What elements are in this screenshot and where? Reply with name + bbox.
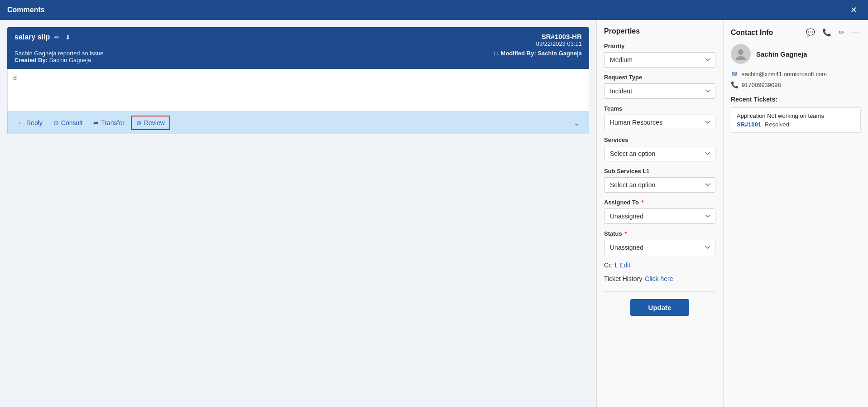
transfer-button[interactable]: ⇌ Transfer xyxy=(89,116,129,129)
reply-icon: ← xyxy=(18,119,24,126)
consult-icon: ⊙ xyxy=(53,119,59,126)
assigned-to-required: * xyxy=(642,199,644,206)
comment-textarea[interactable]: d xyxy=(8,69,589,110)
sub-services-field-group: Sub Services L1 Select an option xyxy=(604,168,715,193)
reporter-text: Sachin Gagneja reported an issue xyxy=(14,50,104,57)
ticket-sr-number: SR#1003-HR xyxy=(536,33,582,40)
download-button[interactable]: ⬇ xyxy=(64,33,72,42)
contact-panel: Contact Info 💬 📞 ✏ — Sachin Gagneja xyxy=(723,20,868,407)
recent-tickets-title: Recent Tickets: xyxy=(731,96,861,103)
sub-services-label: Sub Services L1 xyxy=(604,168,715,174)
cc-info-icon: ℹ xyxy=(614,262,617,269)
recent-ticket-meta: SR#1001 Resolved xyxy=(737,121,855,128)
recent-ticket-name: Application Not working on teams xyxy=(737,112,855,119)
transfer-label: Transfer xyxy=(101,119,125,126)
action-toolbar-left: ← Reply ⊙ Consult ⇌ Transfer ⊕ Review xyxy=(13,116,170,130)
ticket-reporter: Sachin Gagneja reported an issue Created… xyxy=(14,50,104,63)
window-title: Comments xyxy=(7,6,45,14)
status-field-group: Status * Unassigned Open In Progress Res… xyxy=(604,230,715,255)
minimize-contact-button[interactable]: — xyxy=(850,27,861,38)
ticket-title-area: salary slip ✏ ⬇ xyxy=(14,33,72,42)
cc-label: Cc xyxy=(604,262,612,269)
ticket-history-row: Ticket History Click here xyxy=(604,275,715,282)
request-type-label: Request Type xyxy=(604,74,715,81)
properties-divider xyxy=(604,291,715,292)
update-button[interactable]: Update xyxy=(630,299,690,316)
recent-ticket-link[interactable]: SR#1001 xyxy=(737,121,761,128)
action-toolbar: ← Reply ⊙ Consult ⇌ Transfer ⊕ Review xyxy=(7,111,589,134)
ticket-meta-right: SR#1003-HR 09/22/2023 03:11 xyxy=(536,33,582,47)
title-bar: Comments ✕ xyxy=(0,0,868,20)
priority-label: Priority xyxy=(604,43,715,49)
sub-services-select[interactable]: Select an option xyxy=(604,177,715,193)
teams-field-group: Teams Human Resources IT Finance xyxy=(604,105,715,130)
edit-title-button[interactable]: ✏ xyxy=(53,33,61,42)
left-panel: salary slip ✏ ⬇ SR#1003-HR 09/22/2023 03… xyxy=(0,20,596,407)
comment-box-wrapper: d xyxy=(7,69,589,111)
teams-label: Teams xyxy=(604,105,715,112)
close-button[interactable]: ✕ xyxy=(847,4,861,16)
modified-by-value: Sachin Gagneja xyxy=(537,50,582,57)
priority-field-group: Priority Medium Low High Critical xyxy=(604,43,715,68)
contact-info-row: Sachin Gagneja xyxy=(731,44,861,64)
review-icon: ⊕ xyxy=(136,119,142,126)
contact-name: Sachin Gagneja xyxy=(756,50,807,58)
contact-panel-header: Contact Info 💬 📞 ✏ — xyxy=(731,27,861,38)
created-by-label: Created By: xyxy=(14,57,48,63)
recent-ticket-status: Resolved xyxy=(765,121,789,128)
ticket-modified: ↑↓ Modified By: Sachin Gagneja xyxy=(493,50,582,63)
app-window: Comments ✕ salary slip ✏ ⬇ SR#1003-HR 09… xyxy=(0,0,868,407)
services-label: Services xyxy=(604,136,715,143)
request-type-select[interactable]: Incident Service Request Change xyxy=(604,83,715,99)
ticket-header-top: salary slip ✏ ⬇ SR#1003-HR 09/22/2023 03… xyxy=(14,33,582,47)
request-type-field-group: Request Type Incident Service Request Ch… xyxy=(604,74,715,99)
services-field-group: Services Select an option xyxy=(604,136,715,161)
assigned-to-select[interactable]: Unassigned xyxy=(604,208,715,224)
recent-ticket-card: Application Not working on teams SR#1001… xyxy=(731,107,861,133)
phone-icon-button[interactable]: 📞 xyxy=(820,27,833,38)
review-button[interactable]: ⊕ Review xyxy=(131,116,170,130)
properties-panel: Properties Priority Medium Low High Crit… xyxy=(596,20,723,407)
status-label: Status * xyxy=(604,230,715,237)
review-label: Review xyxy=(144,119,165,126)
phone-icon: 📞 xyxy=(731,81,738,88)
contact-phone-row: 📞 917009939098 xyxy=(731,81,861,88)
assigned-to-label: Assigned To * xyxy=(604,199,715,206)
contact-panel-icons: 💬 📞 ✏ — xyxy=(804,27,861,38)
status-required: * xyxy=(624,230,627,237)
avatar xyxy=(731,44,751,64)
ticket-history-link[interactable]: Click here xyxy=(645,275,673,282)
chat-icon-button[interactable]: 💬 xyxy=(804,27,817,38)
contact-phone: 917009939098 xyxy=(742,82,781,88)
consult-label: Consult xyxy=(61,119,82,126)
email-icon: ✉ xyxy=(731,70,738,78)
teams-select[interactable]: Human Resources IT Finance xyxy=(604,115,715,130)
consult-button[interactable]: ⊙ Consult xyxy=(49,116,87,129)
contact-email-row: ✉ sachin@xzm41.onmicrosoft.com xyxy=(731,70,861,78)
reply-button[interactable]: ← Reply xyxy=(13,116,47,129)
modified-by-label: Modified By: xyxy=(501,50,536,57)
cc-row: Cc ℹ Edit xyxy=(604,262,715,269)
services-select[interactable]: Select an option xyxy=(604,146,715,161)
contact-email: sachin@xzm41.onmicrosoft.com xyxy=(742,71,827,78)
ticket-history-label: Ticket History xyxy=(604,275,642,282)
assigned-to-field-group: Assigned To * Unassigned xyxy=(604,199,715,224)
contact-panel-title: Contact Info xyxy=(731,29,773,37)
ticket-header: salary slip ✏ ⬇ SR#1003-HR 09/22/2023 03… xyxy=(7,27,589,69)
ticket-title: salary slip xyxy=(14,33,50,41)
priority-select[interactable]: Medium Low High Critical xyxy=(604,52,715,68)
svg-point-0 xyxy=(738,49,743,55)
transfer-icon: ⇌ xyxy=(93,119,99,126)
ticket-header-bottom: Sachin Gagneja reported an issue Created… xyxy=(14,50,582,63)
toolbar-expand-button[interactable]: ⌄ xyxy=(570,117,583,129)
reply-label: Reply xyxy=(26,119,43,126)
status-select[interactable]: Unassigned Open In Progress Resolved Clo… xyxy=(604,240,715,255)
edit-contact-button[interactable]: ✏ xyxy=(837,27,846,38)
ticket-date: 09/22/2023 03:11 xyxy=(536,40,582,47)
created-by-value: Sachin Gagneja xyxy=(49,57,91,63)
properties-title: Properties xyxy=(604,27,715,35)
svg-point-1 xyxy=(736,56,746,60)
cc-edit-link[interactable]: Edit xyxy=(619,262,630,269)
main-content: salary slip ✏ ⬇ SR#1003-HR 09/22/2023 03… xyxy=(0,20,868,407)
